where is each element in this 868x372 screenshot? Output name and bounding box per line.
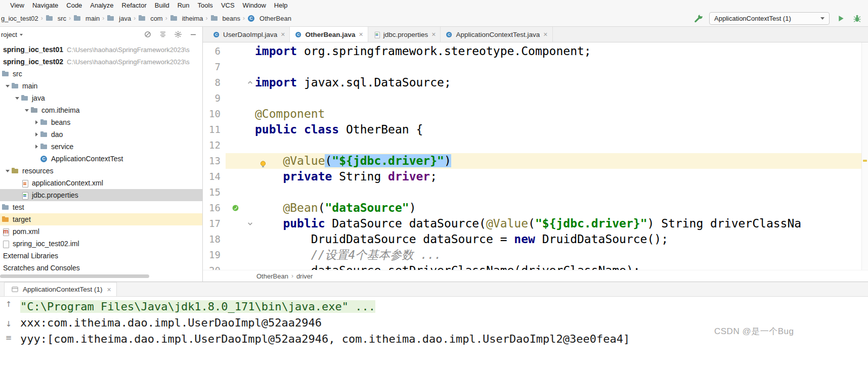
tree-item-test[interactable]: test [0,201,202,213]
menu-view[interactable]: View [6,2,28,9]
close-icon[interactable]: × [431,30,436,38]
code-line-15[interactable]: 15 [203,184,868,200]
tree-item-target[interactable]: target [0,213,202,225]
menu-code[interactable]: Code [62,2,86,9]
tab-userdaoimpl-java[interactable]: UserDaoImpl.java× [208,27,290,42]
tree-item-src[interactable]: src [0,68,202,80]
locate-icon[interactable] [143,30,152,39]
code-text: import javax.sql.DataSource; [255,75,868,90]
editor-breadcrumb: OtherBean›driver [203,270,868,282]
close-icon[interactable]: × [281,30,285,38]
menu-analyze[interactable]: Analyze [86,2,117,9]
breadcrumb-item-com[interactable]: com [137,14,164,23]
code-token: DataSource dataSource( [325,217,486,230]
breadcrumb-item-beans[interactable]: beans [209,14,241,23]
code-line-12[interactable]: 12 [203,137,868,153]
fold-down-icon[interactable] [245,216,255,231]
collapse-all-icon[interactable] [158,30,167,39]
tree-item-service[interactable]: service [0,141,202,153]
tab-jdbc-properties[interactable]: jdbc.properties× [368,27,441,42]
editor-breadcrumb-otherbean[interactable]: OtherBean [255,272,289,280]
close-icon[interactable]: × [359,30,363,38]
tree-item-applicationcontext-xml[interactable]: applicationContext.xml [0,177,202,189]
code-editor[interactable]: 6import org.springframework.stereotype.C… [203,42,868,270]
tree-item-spring-ioc-test02-iml[interactable]: spring_ioc_test02.iml [0,238,202,250]
chevron-right-icon[interactable] [33,145,40,149]
chevron-down-icon[interactable] [4,82,11,89]
code-line-11[interactable]: 11public class OtherBean { [203,122,868,137]
breadcrumb-item-g-ioc-test02[interactable]: g_ioc_test02 [0,15,39,22]
code-line-20[interactable]: 20 dataSource.setDriverClassName(driverC… [203,263,868,270]
code-text: @Value("${jdbc.driver}") [255,153,868,169]
breadcrumb-item-main[interactable]: main [72,14,101,23]
code-line-14[interactable]: 14 private String driver; [203,169,868,184]
code-line-9[interactable]: 9 [203,90,868,106]
tree-item-external-libraries[interactable]: External Libraries [0,250,202,262]
project-tree: spring_ioc_test01C:\Users\haohao\SpringF… [0,42,202,282]
menu-run[interactable]: Run [173,2,194,9]
class-icon [247,14,256,23]
tab-applicationcontexttest-java[interactable]: ApplicationContextTest.java× [441,27,552,42]
build-project-icon[interactable] [693,13,703,23]
code-line-6[interactable]: 6import org.springframework.stereotype.C… [203,43,868,59]
menu-build[interactable]: Build [151,2,173,9]
code-line-19[interactable]: 19 //设置4个基本参数 ... [203,247,868,263]
run-tab[interactable]: ApplicationContextTest (1) × [4,282,117,296]
menu-vcs[interactable]: VCS [217,2,239,9]
code-line-7[interactable]: 7 [203,59,868,75]
breadcrumb-item-otherbean[interactable]: OtherBean [246,14,292,23]
chevron-right-icon[interactable] [33,120,40,124]
chevron-down-icon[interactable] [23,107,30,114]
menu-refactor[interactable]: Refactor [118,2,151,9]
tree-item-java[interactable]: java [0,92,202,104]
close-icon[interactable]: × [107,286,111,294]
main-split: roject spring_ioc_test01C:\Users\haohao\… [0,27,868,282]
tree-item-label: src [13,70,22,78]
close-icon[interactable]: × [543,30,547,38]
project-panel-title[interactable]: roject [1,31,23,38]
tab-otherbean-java[interactable]: OtherBean.java× [290,27,368,42]
menu-tools[interactable]: Tools [194,2,217,9]
debug-button[interactable] [852,13,862,23]
code-line-17[interactable]: 17 public DataSource dataSource(@Value("… [203,216,868,231]
chevron-down-icon[interactable] [14,95,21,102]
code-line-8[interactable]: 8import javax.sql.DataSource; [203,75,868,90]
hide-icon[interactable] [189,30,197,39]
breadcrumb-item-itheima[interactable]: itheima [169,14,204,23]
code-line-10[interactable]: 10@Component [203,106,868,122]
tree-item-jdbc-properties[interactable]: jdbc.properties [0,189,202,201]
tree-item-resources[interactable]: resources [0,165,202,177]
tree-item-dao[interactable]: dao [0,128,202,141]
soft-wrap-icon[interactable]: ≡ [6,334,12,342]
breadcrumb-item-java[interactable]: java [106,14,132,23]
intention-bulb-icon[interactable] [259,157,267,165]
scroll-up-icon[interactable]: ↑ [6,301,12,308]
chevron-down-icon[interactable] [4,167,11,174]
menu-window[interactable]: Window [239,2,270,9]
fold-up-icon[interactable] [245,75,255,90]
scroll-down-icon[interactable]: ↓ [6,320,12,328]
tree-item-label: External Libraries [3,252,58,260]
tree-item-label: jdbc.properties [32,191,78,199]
code-line-16[interactable]: 16 @Bean("dataSource") [203,200,868,216]
tree-item-com-itheima[interactable]: com.itheima [0,104,202,116]
code-line-13[interactable]: 13 @Value("${jdbc.driver}") [203,153,868,169]
tree-item-main[interactable]: main [0,80,202,92]
tree-item-applicationcontexttest[interactable]: ApplicationContextTest [0,153,202,165]
tree-item-beans[interactable]: beans [0,116,202,128]
menu-help[interactable]: Help [270,2,292,9]
spring-bean-gutter-icon[interactable] [226,200,245,216]
menu-navigate[interactable]: Navigate [28,2,62,9]
tree-item-scratches-and-consoles[interactable]: Scratches and Consoles [0,262,202,274]
settings-icon[interactable] [173,30,182,39]
tree-item-spring-ioc-test02[interactable]: spring_ioc_test02C:\Users\haohao\SpringF… [0,56,202,68]
run-button[interactable] [836,13,846,23]
editor-breadcrumb-driver[interactable]: driver [295,272,314,280]
code-line-18[interactable]: 18 DruidDataSource dataSource = new Drui… [203,231,868,247]
breadcrumb-item-src[interactable]: src [45,14,67,23]
tree-item-spring-ioc-test01[interactable]: spring_ioc_test01C:\Users\haohao\SpringF… [0,43,202,56]
tree-item-pom-xml[interactable]: pom.xml [0,225,202,238]
run-config-select[interactable]: ApplicationContextTest (1) [709,12,830,25]
chevron-right-icon[interactable] [33,132,40,136]
tree-horizontal-scrollbar[interactable] [0,274,149,278]
